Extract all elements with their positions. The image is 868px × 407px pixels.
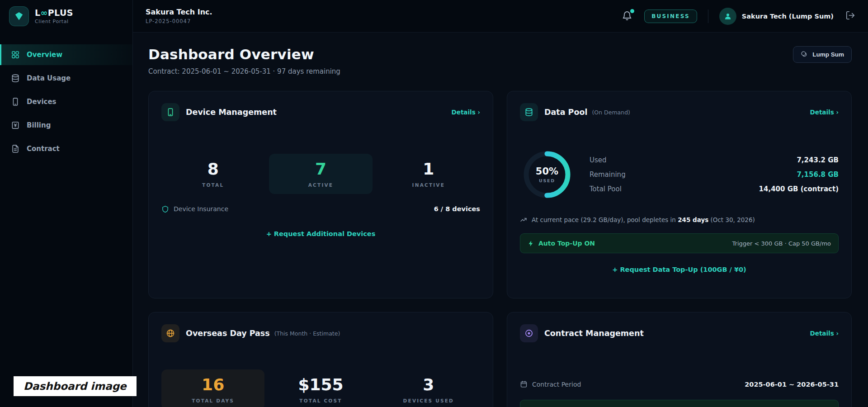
page-head-text: Dashboard Overview Contract: 2025-06-01 … <box>148 46 340 76</box>
sidebar-item-label: Billing <box>27 121 51 129</box>
contract-details-link[interactable]: Details › <box>810 330 839 337</box>
pool-row-total: Total Pool 14,400 GB (contract) <box>590 182 839 196</box>
database-icon <box>11 74 20 83</box>
sidebar-item-contract[interactable]: Contract <box>0 138 132 159</box>
forecast-text: At current pace (29.2 GB/day), pool depl… <box>532 216 755 223</box>
lump-sum-button[interactable]: Lump Sum <box>793 46 852 63</box>
company-id: LP-2025-00047 <box>146 18 212 24</box>
header-divider <box>708 9 708 23</box>
logout-button[interactable] <box>845 10 855 22</box>
card-head: Device Management Details › <box>161 103 480 121</box>
donut-percent: 50% <box>536 166 558 177</box>
stat-label: TOTAL <box>161 182 264 188</box>
stat-label: TOTAL DAYS <box>161 398 264 403</box>
stat-total-days: 16 TOTAL DAYS <box>161 369 264 407</box>
card-head: Data Pool (On Demand) Details › <box>520 103 839 121</box>
day-pass-stats: 16 TOTAL DAYS $155 TOTAL COST 3 DEVICES … <box>161 369 480 407</box>
annotation-caption: Dashboard image <box>14 376 137 396</box>
stat-total-cost: $155 TOTAL COST <box>269 369 372 407</box>
row-value: 7,156.8 GB <box>797 170 839 179</box>
cards-grid: Device Management Details › 8 TOTAL 7 AC… <box>148 91 852 407</box>
request-additional-devices-link[interactable]: + Request Additional Devices <box>161 230 480 237</box>
sidebar-item-overview[interactable]: Overview <box>0 44 132 65</box>
logout-icon <box>845 10 855 20</box>
coins-icon <box>801 51 808 58</box>
stat-value: 16 <box>161 376 264 394</box>
brand-area: L∞PLUS Client Portal <box>0 0 133 33</box>
sidebar-item-devices[interactable]: Devices <box>0 91 132 112</box>
stat-label: DEVICES USED <box>377 398 480 403</box>
data-pool-body: 50% USED Used 7,243.2 GB Remaining 7,156… <box>520 147 839 202</box>
shield-icon <box>161 205 169 213</box>
page-subtitle: Contract: 2025-06-01 ~ 2026-05-31 · 97 d… <box>148 67 340 76</box>
sidebar-item-label: Data Usage <box>27 74 71 82</box>
sidebar-item-data-usage[interactable]: Data Usage <box>0 68 132 89</box>
card-title-note: (On Demand) <box>592 109 630 116</box>
brand-subtitle: Client Portal <box>35 19 73 24</box>
sidebar-item-label: Overview <box>27 51 62 59</box>
main-content: Dashboard Overview Contract: 2025-06-01 … <box>133 33 868 407</box>
insurance-label: Device Insurance <box>174 205 228 213</box>
sidebar: Overview Data Usage Devices Billing Cont… <box>0 33 133 407</box>
depletion-forecast-note: At current pace (29.2 GB/day), pool depl… <box>520 216 839 223</box>
card-title-note: (This Month · Estimate) <box>274 330 340 337</box>
billing-icon <box>11 121 20 130</box>
data-pool-rows: Used 7,243.2 GB Remaining 7,156.8 GB Tot… <box>590 153 839 196</box>
day-pass-card-icon-box <box>161 324 179 342</box>
notifications-button[interactable] <box>622 10 633 22</box>
insurance-value: 6 / 8 devices <box>434 205 480 213</box>
stat-value: 1 <box>377 160 480 178</box>
donut-center: 50% USED <box>520 147 574 202</box>
auto-topup-label: Auto Top-Up ON <box>538 240 595 247</box>
usage-donut-chart: 50% USED <box>520 147 574 202</box>
stat-label: TOTAL COST <box>269 398 372 403</box>
infinity-glyph: ∞ <box>41 8 48 18</box>
stat-value: 3 <box>377 376 480 394</box>
bolt-icon <box>528 240 534 247</box>
data-pool-card: Data Pool (On Demand) Details › <box>507 91 852 298</box>
device-details-link[interactable]: Details › <box>452 109 480 116</box>
auto-topup-rule: Trigger < 300 GB · Cap 50 GB/mo <box>732 240 831 247</box>
sidebar-item-label: Contract <box>27 145 60 153</box>
file-text-icon <box>11 144 20 153</box>
stat-value: $155 <box>269 376 372 394</box>
gem-icon <box>14 11 24 21</box>
top-header: Sakura Tech Inc. LP-2025-00047 BUSINESS … <box>133 0 868 33</box>
request-data-topup-link[interactable]: + Request Data Top-Up (100GB / ¥0) <box>520 266 839 273</box>
user-icon <box>723 12 732 21</box>
data-pool-details-link[interactable]: Details › <box>810 109 839 116</box>
grid-icon <box>11 50 20 59</box>
stat-label: INACTIVE <box>377 182 480 188</box>
pool-row-used: Used 7,243.2 GB <box>590 153 839 167</box>
contract-period-label: Contract Period <box>532 381 581 388</box>
row-value: 14,400 GB (contract) <box>759 185 839 193</box>
stat-devices-used: 3 DEVICES USED <box>377 369 480 407</box>
row-value: 7,243.2 GB <box>797 156 839 164</box>
stat-value: 8 <box>161 160 264 178</box>
contract-card-icon-box <box>520 324 538 342</box>
contract-icon <box>524 329 533 338</box>
device-management-card: Device Management Details › 8 TOTAL 7 AC… <box>148 91 493 298</box>
page-head: Dashboard Overview Contract: 2025-06-01 … <box>148 46 852 76</box>
brand-text: L∞PLUS Client Portal <box>35 8 73 25</box>
contract-period-row: Contract Period 2025-06-01 ~ 2026-05-31 <box>520 380 839 388</box>
device-insurance-row: Device Insurance 6 / 8 devices <box>161 205 480 213</box>
contract-period-value: 2025-06-01 ~ 2026-05-31 <box>745 381 839 388</box>
stat-total-devices: 8 TOTAL <box>161 154 264 194</box>
brand-title: L∞PLUS <box>35 8 73 18</box>
trending-up-icon <box>520 216 527 223</box>
calendar-icon <box>520 380 528 388</box>
sidebar-item-label: Devices <box>27 98 57 106</box>
data-pool-card-icon-box <box>520 103 538 121</box>
card-title: Contract Management <box>544 329 644 338</box>
smartphone-icon <box>166 108 175 117</box>
avatar[interactable] <box>719 8 736 25</box>
forecast-days: 245 days <box>678 216 708 223</box>
contract-status-pill-partial <box>520 400 839 407</box>
company-block: Sakura Tech Inc. LP-2025-00047 <box>146 8 212 24</box>
sidebar-item-billing[interactable]: Billing <box>0 115 132 136</box>
device-stats: 8 TOTAL 7 ACTIVE 1 INACTIVE <box>161 154 480 194</box>
database-icon <box>524 108 533 117</box>
overseas-day-pass-card: Overseas Day Pass (This Month · Estimate… <box>148 312 493 407</box>
app-root: L∞PLUS Client Portal Sakura Tech Inc. LP… <box>0 0 868 407</box>
